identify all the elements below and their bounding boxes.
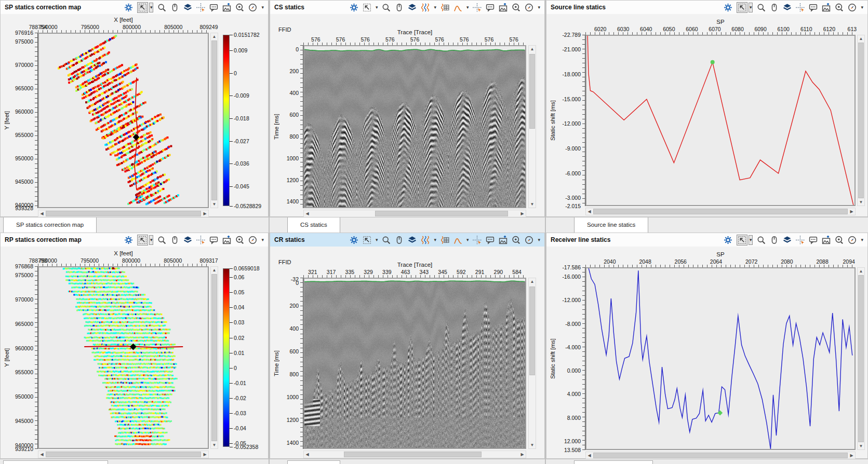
scrollbar-thumb[interactable] [858,275,864,442]
scrollbar-thumb[interactable] [211,274,217,441]
receiver-line-chart-canvas[interactable] [586,268,854,449]
scroll-right-arrow[interactable]: ▶ [202,210,208,217]
dropdown-arrow-icon[interactable]: ▾ [466,236,469,244]
mouse-pointer-icon[interactable] [170,3,179,12]
cs-seismic-canvas[interactable] [304,46,525,207]
scroll-left-arrow[interactable]: ◀ [586,452,593,459]
tab-cs-statics[interactable]: CS statics [287,217,340,233]
select-expand-icon[interactable] [737,235,747,245]
measure-icon[interactable] [835,3,844,12]
source-line-chart-canvas[interactable] [586,36,854,205]
dropdown-arrow-icon[interactable]: ▾ [261,236,264,244]
dropdown-arrow-icon[interactable]: ▾ [376,236,378,244]
tab-source-line-statics[interactable]: Source line statics [574,217,648,233]
compass-icon[interactable] [525,3,533,12]
zoom-icon[interactable] [157,236,166,244]
comment-icon[interactable] [809,3,818,12]
scrollbar-thumb[interactable] [593,209,848,214]
scrollbar-thumb[interactable] [375,211,508,216]
pick-crosshair-icon[interactable] [473,236,482,244]
comment-icon[interactable] [809,236,818,244]
vertical-scrollbar[interactable]: ▲ ▼ [528,45,536,208]
compass-icon[interactable] [848,3,857,12]
rp-map-plot[interactable] [38,266,209,449]
scroll-left-arrow[interactable]: ◀ [586,208,593,215]
scroll-left-arrow[interactable]: ◀ [304,210,311,217]
horizontal-scrollbar[interactable]: ◀ ▶ [38,210,209,217]
comment-icon[interactable] [486,236,495,244]
scrollbar-thumb[interactable] [211,40,217,200]
zoom-icon[interactable] [757,3,766,12]
gear-icon[interactable] [124,236,133,244]
scroll-left-arrow[interactable]: ◀ [38,451,45,458]
scrollbar-thumb[interactable] [858,43,864,198]
zoom-icon[interactable] [757,236,766,244]
scroll-right-arrow[interactable]: ▶ [519,210,526,217]
export-image-icon[interactable] [822,236,831,244]
gear-icon[interactable] [724,3,732,12]
scroll-up-arrow[interactable]: ▲ [858,35,864,42]
wiggle-display-icon[interactable] [421,3,430,12]
vertical-scrollbar[interactable]: ▲ ▼ [210,33,218,208]
comment-icon[interactable] [209,3,218,12]
pick-crosshair-icon[interactable] [196,236,205,244]
scroll-up-arrow[interactable]: ▲ [529,278,536,285]
select-expand-icon[interactable] [137,2,148,13]
dropdown-arrow-icon[interactable]: ▾ [149,3,154,12]
tab-sp-statics-correction-map[interactable]: SP statics correction map [3,217,97,233]
pick-crosshair-icon[interactable] [473,3,482,12]
mouse-pointer-icon[interactable] [395,3,404,12]
wiggle-display-icon[interactable] [421,236,430,244]
scroll-down-arrow[interactable]: ▼ [858,199,864,206]
mouse-pointer-icon[interactable] [170,236,179,244]
scroll-down-arrow[interactable]: ▼ [529,442,536,448]
scrollbar-thumb[interactable] [529,286,535,375]
layers-icon[interactable] [408,236,417,244]
select-expand-icon[interactable] [363,3,371,12]
dropdown-arrow-icon[interactable]: ▾ [149,235,154,245]
zoom-icon[interactable] [382,236,391,244]
histogram-icon[interactable] [453,236,462,244]
tab-stub[interactable] [287,460,340,464]
scroll-left-arrow[interactable]: ◀ [38,210,45,217]
zoom-icon[interactable] [382,3,391,12]
measure-icon[interactable] [235,236,244,244]
scroll-right-arrow[interactable]: ▶ [848,452,855,459]
horizontal-scrollbar[interactable]: ◀ ▶ [303,210,526,217]
dropdown-arrow-icon[interactable]: ▾ [861,236,863,244]
histogram-icon[interactable] [453,3,462,12]
select-expand-icon[interactable] [137,235,148,245]
dropdown-arrow-icon[interactable]: ▾ [376,3,378,12]
select-expand-icon[interactable] [363,236,371,244]
gear-icon[interactable] [124,3,133,12]
scrollbar-thumb[interactable] [46,211,201,216]
scroll-up-arrow[interactable]: ▲ [211,33,218,40]
measure-icon[interactable] [235,3,244,12]
export-image-icon[interactable] [822,3,831,12]
horizontal-scrollbar[interactable]: ◀ ▶ [303,451,526,458]
pick-crosshair-icon[interactable] [796,3,805,12]
scroll-up-arrow[interactable]: ▲ [529,46,536,52]
sp-map-plot[interactable] [38,33,209,208]
dropdown-arrow-icon[interactable]: ▾ [538,3,540,12]
horizontal-scrollbar[interactable]: ◀ ▶ [585,452,856,459]
scroll-down-arrow[interactable]: ▼ [211,201,218,208]
compass-icon[interactable] [248,3,257,12]
scroll-right-arrow[interactable]: ▶ [848,208,855,215]
scroll-up-arrow[interactable]: ▲ [211,267,218,274]
source-line-chart-plot[interactable] [585,35,856,206]
gear-icon[interactable] [350,3,358,12]
dropdown-arrow-icon[interactable]: ▾ [861,3,863,12]
dropdown-arrow-icon[interactable]: ▾ [434,236,436,244]
cr-seismic-plot[interactable] [303,278,526,449]
select-expand-icon[interactable] [737,2,747,13]
scrollbar-thumb[interactable] [529,54,535,129]
dropdown-arrow-icon[interactable]: ▾ [749,235,753,245]
comment-icon[interactable] [486,3,495,12]
scrollbar-thumb[interactable] [593,453,848,458]
pick-crosshair-icon[interactable] [196,3,205,12]
horizontal-scrollbar[interactable]: ◀ ▶ [585,208,856,215]
scrollbar-thumb[interactable] [46,452,201,457]
mouse-pointer-icon[interactable] [395,236,404,244]
rp-map-canvas[interactable] [39,267,208,448]
